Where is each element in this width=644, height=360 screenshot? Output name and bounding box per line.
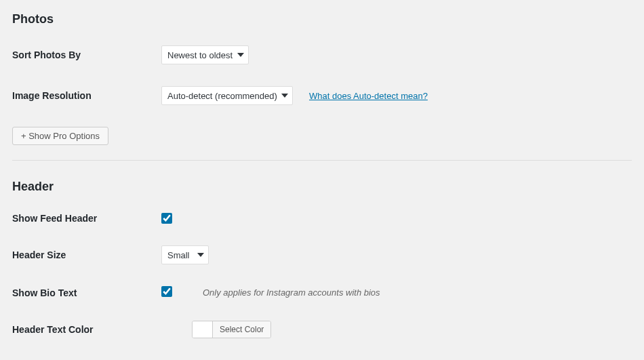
header-size-select[interactable]: Small	[161, 245, 209, 264]
image-resolution-row: Image Resolution Auto-detect (recommende…	[12, 86, 632, 105]
section-divider	[12, 160, 632, 161]
sort-photos-row: Sort Photos By Newest to oldest	[12, 45, 632, 64]
header-text-color-picker[interactable]: Select Color	[192, 321, 271, 338]
image-resolution-select[interactable]: Auto-detect (recommended)	[161, 86, 293, 105]
show-feed-header-label: Show Feed Header	[12, 213, 161, 224]
header-size-row: Header Size Small	[12, 245, 632, 264]
header-text-color-row: Header Text Color Select Color	[12, 321, 632, 338]
show-pro-options-row: + Show Pro Options	[12, 127, 632, 145]
sort-photos-select[interactable]: Newest to oldest	[161, 45, 249, 64]
image-resolution-label: Image Resolution	[12, 90, 161, 101]
auto-detect-help-link[interactable]: What does Auto-detect mean?	[309, 91, 428, 101]
show-bio-hint: Only applies for Instagram accounts with…	[203, 287, 380, 298]
show-pro-options-button[interactable]: + Show Pro Options	[12, 127, 108, 145]
header-text-color-label: Header Text Color	[12, 324, 161, 335]
sort-photos-label: Sort Photos By	[12, 49, 161, 60]
show-feed-header-checkbox[interactable]	[161, 213, 172, 224]
show-feed-header-row: Show Feed Header	[12, 213, 632, 224]
show-bio-text-checkbox[interactable]	[161, 286, 172, 297]
color-swatch	[193, 321, 213, 338]
header-size-label: Header Size	[12, 249, 161, 260]
photos-section-title: Photos	[12, 12, 632, 26]
show-bio-text-label: Show Bio Text	[12, 287, 161, 298]
show-bio-text-row: Show Bio Text Only applies for Instagram…	[12, 286, 632, 299]
header-section-title: Header	[12, 180, 632, 194]
select-color-button[interactable]: Select Color	[213, 321, 270, 338]
